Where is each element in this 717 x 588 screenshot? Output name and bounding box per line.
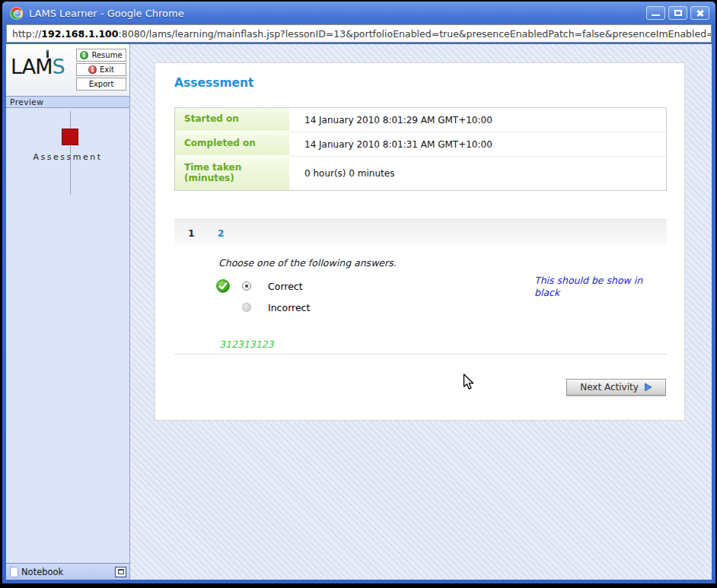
table-row: Completed on 14 January 2010 8:01:31 AM … (175, 132, 666, 157)
row-value: 14 January 2010 8:01:31 AM GMT+10:00 (289, 132, 666, 157)
url-text: http://192.168.1.100:8080/lams/learning/… (12, 28, 712, 40)
sidebar-buttons: Resume Exit Export (76, 49, 126, 93)
play-icon (644, 383, 652, 392)
exit-walker-icon (88, 65, 97, 74)
row-value: 0 hour(s) 0 minutes (289, 157, 666, 190)
export-label: Export (89, 80, 114, 88)
page-title: Assessment (174, 76, 254, 90)
row-value: 14 January 2010 8:01:29 AM GMT+10:00 (289, 108, 666, 132)
summary-table: Started on 14 January 2010 8:01:29 AM GM… (174, 107, 667, 191)
row-label: Time taken (minutes) (175, 157, 289, 190)
table-row: Time taken (minutes) 0 hour(s) 0 minutes (175, 157, 666, 190)
maximize-icon (674, 10, 682, 16)
notebook-label: Notebook (21, 567, 63, 577)
next-activity-button[interactable]: Next Activity (566, 379, 666, 396)
question-pagination: 1 2 (174, 219, 667, 246)
notebook-bar[interactable]: Notebook (6, 563, 129, 580)
export-button[interactable]: Export (76, 78, 126, 91)
main-area: Assessment Started on 14 January 2010 8:… (130, 44, 712, 580)
maximize-button[interactable] (668, 6, 687, 20)
correct-check-icon (216, 279, 233, 293)
logo-panel: LAMS Resume (6, 44, 129, 96)
lams-logo: LAMS (11, 55, 65, 93)
close-button[interactable] (690, 6, 709, 20)
chrome-icon (10, 7, 23, 20)
radio-correct[interactable] (242, 281, 251, 291)
window-controls (646, 6, 709, 20)
assessment-card: Assessment Started on 14 January 2010 8:… (155, 62, 685, 421)
url-host: 192.168.1.100 (41, 28, 118, 40)
answer-option-incorrect: Incorrect (216, 300, 310, 314)
restore-icon (118, 569, 124, 574)
question-side-note: This should be show in black (534, 275, 652, 298)
resume-walker-icon (80, 51, 88, 59)
row-label: Started on (175, 108, 289, 132)
notebook-restore-button[interactable] (115, 567, 126, 577)
close-icon (696, 8, 705, 17)
assessment-activity-node[interactable] (62, 129, 78, 145)
answer-option-correct: Correct (216, 279, 303, 293)
pen-icon (46, 50, 49, 58)
window-title: LAMS Learner - Google Chrome (29, 8, 184, 19)
page-1-link[interactable]: 1 (188, 227, 195, 239)
exit-button[interactable]: Exit (76, 63, 126, 76)
notebook-page-icon (10, 567, 18, 577)
minimize-icon (652, 14, 660, 17)
radio-incorrect[interactable] (242, 303, 251, 312)
divider (174, 354, 667, 354)
row-label: Completed on (175, 132, 289, 157)
resume-button[interactable]: Resume (76, 49, 126, 62)
window-frame: LAMS Learner - Google Chrome http://192.… (2, 2, 715, 583)
content: LAMS Resume (6, 44, 712, 580)
resume-label: Resume (91, 51, 122, 59)
page-2-link[interactable]: 2 (218, 227, 225, 239)
option-label: Correct (268, 281, 303, 292)
empty-check-slot (216, 300, 233, 314)
assessment-activity-label: Assessment (6, 152, 129, 162)
option-label: Incorrect (268, 302, 310, 313)
minimize-button[interactable] (646, 6, 665, 20)
question-instruction: Choose one of the following answers. (218, 257, 397, 269)
titlebar: LAMS Learner - Google Chrome (2, 2, 715, 24)
url-bar[interactable]: http://192.168.1.100:8080/lams/learning/… (6, 24, 712, 43)
next-activity-label: Next Activity (580, 382, 639, 393)
table-row: Started on 14 January 2010 8:01:29 AM GM… (175, 108, 666, 132)
screen: LAMS Learner - Google Chrome http://192.… (0, 0, 717, 588)
preview-header: Preview (6, 96, 129, 108)
preview-canvas: Assessment (6, 108, 129, 563)
feedback-text: 312313123 (219, 338, 274, 350)
sidebar: LAMS Resume (6, 44, 130, 580)
exit-label: Exit (100, 65, 114, 74)
